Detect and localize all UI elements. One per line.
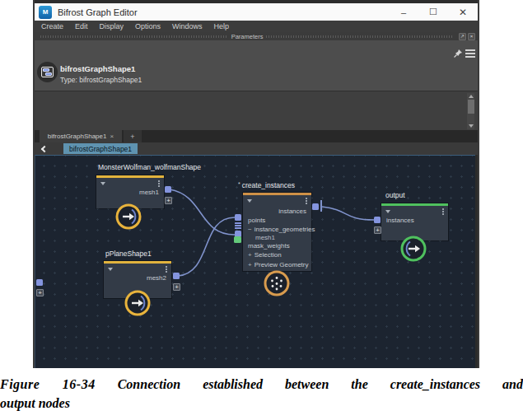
kebab-menu-icon[interactable]: [442, 211, 444, 212]
wire-mesh1-to-instance-geometries[interactable]: [170, 189, 235, 235]
port-monster-mesh1-output[interactable]: [165, 186, 171, 193]
node-title-monsterwolfman: MonsterWolfman_wolfmanShape: [98, 163, 201, 171]
dirty-marker: *: [238, 181, 240, 187]
pin-icon[interactable]: [453, 49, 463, 58]
collapse-triangle-icon[interactable]: [385, 210, 390, 213]
vertical-scrollbar[interactable]: [467, 93, 474, 129]
collapse-minus-icon[interactable]: −: [248, 226, 252, 233]
port-output-instances-input[interactable]: [374, 217, 381, 223]
wire-mesh2-to-points[interactable]: [178, 217, 235, 276]
wire-instances-to-output[interactable]: [322, 207, 374, 220]
bifrost-graph-icon: [37, 62, 58, 82]
scroll-down-icon[interactable]: [469, 124, 474, 128]
title-bar[interactable]: M Bifrost Graph Editor – ☐ ✕: [35, 3, 478, 21]
row-preview-geometry[interactable]: + Preview Geometry: [243, 259, 311, 269]
breadcrumb: bifrostGraphShape1: [35, 142, 478, 155]
port-plane-mesh2-output[interactable]: [173, 273, 180, 279]
breadcrumb-item-current[interactable]: bifrostGraphShape1: [63, 143, 138, 154]
menu-windows[interactable]: Windows: [172, 22, 203, 30]
back-chevron-icon[interactable]: [41, 145, 48, 152]
port-create-mask-weights-input[interactable]: [234, 236, 241, 243]
graph-edge-input-port[interactable]: [36, 279, 43, 286]
kebab-menu-icon[interactable]: [306, 200, 307, 202]
maya-app-icon: M: [39, 6, 52, 19]
port-label-instances: instances: [243, 206, 311, 216]
expand-plus-icon: +: [248, 261, 252, 268]
port-label-output-instances: instances: [381, 217, 448, 224]
output-expand-ports-button[interactable]: +: [374, 226, 381, 234]
monster-state-circle[interactable]: [114, 203, 142, 231]
menu-display[interactable]: Display: [100, 22, 124, 30]
maximize-button[interactable]: ☐: [418, 7, 448, 17]
menu-options[interactable]: Options: [135, 22, 161, 30]
add-tab-button[interactable]: +: [124, 130, 142, 142]
menu-edit[interactable]: Edit: [75, 22, 88, 30]
close-button[interactable]: ✕: [448, 7, 478, 18]
menu-hamburger-icon[interactable]: [465, 49, 475, 59]
minimize-button[interactable]: –: [389, 7, 418, 17]
node-title-output: output: [385, 191, 405, 199]
parameters-scroll-area: [35, 91, 478, 130]
collapse-triangle-icon[interactable]: [247, 199, 252, 203]
monster-expand-ports-button[interactable]: +: [165, 197, 172, 204]
plane-state-circle[interactable]: [124, 289, 152, 317]
create-instances-state-circle[interactable]: [263, 269, 291, 297]
port-label-mask-weights: mask_weights: [243, 241, 311, 250]
tab-label: bifrostGraphShape1: [48, 133, 107, 140]
menu-create[interactable]: Create: [41, 22, 63, 30]
scroll-up-icon[interactable]: [469, 95, 474, 98]
parameters-panel-header[interactable]: Parameters ↗ ×: [35, 32, 478, 40]
node-graph-canvas[interactable]: + MonsterWolfman_wolfmanShape mesh1 + pP…: [35, 155, 475, 368]
node-create-instances[interactable]: instances points − instance_geometries m…: [243, 193, 311, 271]
parameters-node-name: bifrostGraphShape1: [60, 64, 135, 73]
collapse-triangle-icon[interactable]: [108, 268, 113, 271]
port-label-mesh2: mesh2: [104, 274, 171, 282]
output-state-circle[interactable]: [399, 235, 427, 263]
parameters-panel-title: Parameters: [231, 33, 264, 40]
port-create-instances-output[interactable]: [312, 203, 319, 210]
menu-bar: Create Edit Display Options Windows Help: [35, 21, 478, 32]
close-panel-icon[interactable]: ×: [468, 33, 475, 40]
port-label-instance-geometries: − instance_geometries: [243, 225, 311, 233]
caption-line1: Connection established between the creat…: [118, 377, 523, 391]
drag-texture: [266, 35, 454, 38]
window-title: Bifrost Graph Editor: [58, 7, 138, 17]
menu-help[interactable]: Help: [214, 22, 230, 30]
expand-plus-icon: +: [248, 251, 252, 259]
graph-tab-bar: bifrostGraphShape1 × +: [35, 130, 478, 142]
scrollbar-thumb[interactable]: [468, 100, 474, 114]
caption-line2: output nodes: [0, 394, 523, 413]
graph-edge-add-port-button[interactable]: +: [36, 289, 44, 296]
kebab-menu-icon[interactable]: [158, 183, 160, 184]
collapse-triangle-icon[interactable]: [100, 182, 105, 185]
drag-texture: [40, 35, 228, 38]
node-title-create-instances: *create_instances: [238, 181, 295, 189]
figure-number: Figure 16-34: [0, 377, 96, 391]
figure-page: M Bifrost Graph Editor – ☐ ✕ Create Edit…: [0, 0, 523, 420]
port-label-points: points: [243, 216, 311, 225]
port-label-mesh1: mesh1: [96, 189, 164, 196]
figure-caption: Figure 16-34 Connection established betw…: [0, 376, 523, 413]
parameters-panel-body: bifrostGraphShape1 Type: bifrostGraphSha…: [35, 40, 478, 91]
plane-expand-ports-button[interactable]: +: [173, 283, 180, 291]
port-label-mesh1-input: mesh1: [243, 233, 311, 241]
parameters-node-type: Type: bifrostGraphShape1: [60, 76, 142, 84]
tab-bifrostgraphshape1[interactable]: bifrostGraphShape1 ×: [40, 130, 122, 142]
node-title-pplaneshape1: pPlaneShape1: [105, 250, 152, 258]
port-create-instance-geometries-input[interactable]: [235, 222, 241, 229]
bifrost-graph-editor-window: M Bifrost Graph Editor – ☐ ✕ Create Edit…: [33, 0, 479, 368]
port-create-points-input[interactable]: [235, 214, 241, 221]
float-panel-icon[interactable]: ↗: [459, 33, 466, 40]
tab-close-icon[interactable]: ×: [110, 133, 114, 140]
kebab-menu-icon[interactable]: [166, 268, 167, 270]
row-selection[interactable]: + Selection: [243, 250, 311, 259]
